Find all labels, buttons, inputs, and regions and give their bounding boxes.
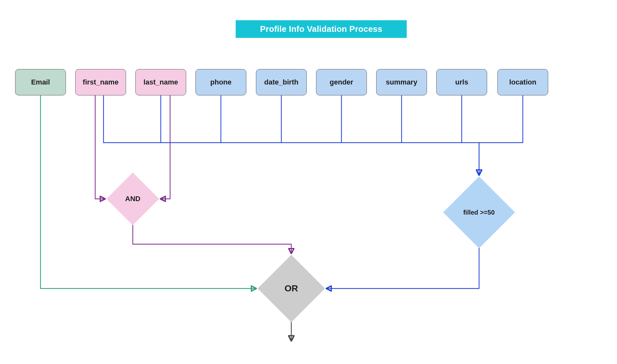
node-urls-label: urls bbox=[455, 78, 468, 86]
node-date-birth: date_birth bbox=[256, 69, 307, 95]
edge-filled-or bbox=[327, 248, 479, 289]
edge-and-or bbox=[133, 225, 291, 253]
node-email: Email bbox=[15, 69, 66, 95]
node-email-label: Email bbox=[31, 78, 50, 86]
connectors bbox=[0, 0, 617, 364]
node-summary: summary bbox=[376, 69, 427, 95]
node-gender: gender bbox=[316, 69, 367, 95]
gate-or: OR bbox=[258, 255, 325, 322]
gate-filled-label: filled >=50 bbox=[463, 209, 495, 216]
node-phone: phone bbox=[195, 69, 246, 95]
node-location-label: location bbox=[509, 78, 536, 86]
gate-or-label: OR bbox=[285, 283, 298, 294]
diagram-canvas: Profile Info Validation Process Email fi… bbox=[0, 0, 617, 364]
node-location: location bbox=[497, 69, 548, 95]
node-first-name: first_name bbox=[75, 69, 126, 95]
node-last-name-label: last_name bbox=[143, 78, 178, 86]
gate-and: AND bbox=[106, 173, 159, 225]
gate-filled: filled >=50 bbox=[443, 176, 515, 248]
edge-last-name-and bbox=[161, 96, 170, 199]
title-banner: Profile Info Validation Process bbox=[236, 20, 407, 38]
title-text: Profile Info Validation Process bbox=[260, 24, 382, 34]
node-last-name: last_name bbox=[135, 69, 186, 95]
node-gender-label: gender bbox=[330, 78, 353, 86]
node-first-name-label: first_name bbox=[83, 78, 118, 86]
node-phone-label: phone bbox=[210, 78, 231, 86]
gate-and-label: AND bbox=[125, 195, 141, 203]
edge-first-name-and bbox=[95, 96, 105, 199]
node-urls: urls bbox=[436, 69, 487, 95]
node-date-birth-label: date_birth bbox=[264, 78, 298, 86]
node-summary-label: summary bbox=[386, 78, 417, 86]
